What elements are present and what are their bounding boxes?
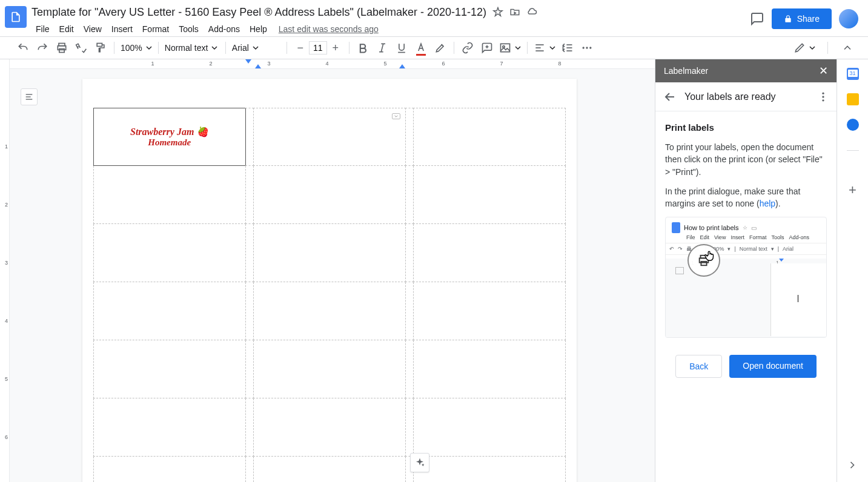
menu-tools[interactable]: Tools [174,22,203,36]
mini-menu-bar: FileEditViewInsertFormatToolsAdd-ons [666,234,826,243]
zoom-select[interactable]: 100% [121,43,152,53]
highlight-icon[interactable] [434,42,446,54]
label-cell[interactable] [413,398,566,457]
menu-help[interactable]: Help [245,22,271,36]
label-cell[interactable] [413,457,566,482]
label-cell[interactable] [93,340,246,398]
align-icon[interactable] [534,42,555,54]
label-text-line2: Homemade [148,137,191,148]
avatar[interactable] [839,9,858,28]
collapse-toolbar-icon[interactable] [841,42,853,54]
menu-view[interactable]: View [79,22,106,36]
font-size-input[interactable] [309,41,327,54]
label-cell[interactable] [93,457,246,482]
menu-addons[interactable]: Add-ons [204,22,244,36]
open-document-button[interactable]: Open document [729,355,817,378]
menu-file[interactable]: File [31,22,54,36]
last-edit-text[interactable]: Last edit was seconds ago [279,24,379,34]
label-cell[interactable] [413,340,566,398]
italic-icon[interactable] [376,42,388,54]
move-folder-icon[interactable] [509,7,520,18]
label-cell[interactable] [413,166,566,224]
svg-point-19 [586,47,588,48]
back-button[interactable]: Back [675,355,722,378]
label-cell[interactable] [253,340,406,398]
label-cell[interactable] [413,224,566,282]
menu-format[interactable]: Format [138,22,173,36]
menu-insert[interactable]: Insert [107,22,137,36]
font-size-increase[interactable]: + [328,41,343,55]
redo-icon[interactable] [36,42,48,54]
explore-button[interactable] [410,453,429,472]
bold-icon[interactable] [357,42,369,54]
chevron-down-icon [253,45,259,51]
label-cell[interactable] [253,398,406,457]
mini-doc-title: How to print labels [684,224,739,231]
label-cell[interactable] [93,282,246,340]
indent-marker-top[interactable] [245,59,251,64]
label-cell[interactable] [93,398,246,457]
label-cell[interactable] [253,224,406,282]
label-cell-1-2[interactable] [253,108,406,166]
line-spacing-icon[interactable] [562,42,574,54]
font-size-decrease[interactable]: − [293,41,308,55]
label-cell[interactable] [93,166,246,224]
font-select[interactable]: Arial [232,43,280,53]
label-cell[interactable] [253,166,406,224]
ruler-tick: 5 [383,61,386,67]
horizontal-ruler[interactable]: 1 2 3 4 5 6 7 8 [10,59,655,69]
underline-icon[interactable] [396,42,408,54]
add-addon-icon[interactable]: + [849,182,856,198]
ruler-tick: 1 [151,61,154,67]
print-preview-image: How to print labels ☆ ▭ FileEditViewInse… [665,217,827,338]
right-indent-marker[interactable] [399,64,405,68]
table-row [93,224,566,282]
star-icon[interactable] [492,7,503,18]
font-size-control: − + [293,41,343,55]
label-cell[interactable] [413,282,566,340]
insert-image-icon[interactable] [499,42,521,54]
collapse-rail-icon[interactable] [846,459,858,471]
calendar-icon[interactable] [847,68,859,80]
comments-icon[interactable] [750,12,764,26]
label-cell-1-1[interactable]: Strawberry Jam 🍓 Homemade [93,108,246,166]
paint-format-icon[interactable] [94,42,107,54]
paragraph-style-select[interactable]: Normal text [165,43,219,53]
indent-marker-bottom[interactable] [255,64,261,68]
undo-icon[interactable] [17,42,29,54]
label-table: Strawberry Jam 🍓 Homemade [93,108,566,482]
more-vert-icon[interactable] [817,91,829,103]
more-tools-icon[interactable] [581,42,593,54]
vertical-ruler[interactable]: 1 2 3 4 5 6 [0,59,10,482]
document-title[interactable]: Template for "Avery US Letter - 5160 Eas… [31,6,486,19]
keep-icon[interactable] [847,93,859,105]
help-link[interactable]: help [760,199,775,208]
share-button[interactable]: Share [772,8,832,29]
label-cell[interactable] [93,224,246,282]
print-icon[interactable] [56,42,68,54]
document-outline-button[interactable] [21,88,38,105]
ruler-tick: 4 [325,61,328,67]
label-cell[interactable] [253,457,406,482]
label-cell[interactable] [253,282,406,340]
menu-bar: File Edit View Insert Format Tools Add-o… [31,21,750,38]
insert-link-icon[interactable] [462,42,474,54]
svg-rect-10 [500,44,509,51]
ruler-tick: 6 [442,61,445,67]
back-arrow-icon[interactable] [663,90,677,104]
document-page[interactable]: Strawberry Jam 🍓 Homemade [82,79,577,482]
insert-comment-icon[interactable] [481,42,493,54]
close-icon[interactable]: ✕ [819,64,828,78]
docs-logo[interactable] [5,6,27,28]
cloud-status-icon[interactable] [526,7,537,18]
header-center: Template for "Avery US Letter - 5160 Eas… [31,5,750,38]
menu-edit[interactable]: Edit [55,22,78,36]
spellcheck-icon[interactable] [75,42,87,54]
table-row [93,282,566,340]
label-cell-1-3[interactable] [413,108,566,166]
text-color-icon[interactable] [415,42,427,54]
chevron-down-icon [515,45,521,51]
cell-dropdown-icon[interactable] [392,113,400,119]
tasks-icon[interactable] [847,119,859,131]
editing-mode-icon[interactable] [793,42,815,54]
